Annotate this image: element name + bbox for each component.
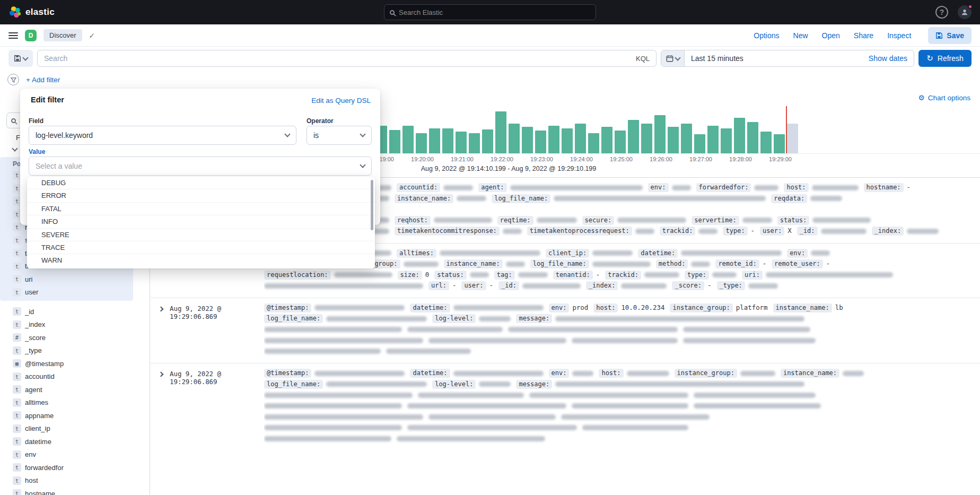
field-name-chip: alltimes: bbox=[397, 249, 436, 258]
field-value: lb bbox=[835, 303, 843, 311]
field-name-chip: log-level: bbox=[432, 314, 476, 323]
field-item-forwardedfor[interactable]: tforwardedfor bbox=[0, 461, 150, 474]
kql-search-bar[interactable]: KQL bbox=[37, 50, 657, 67]
field-name-chip: datetime: bbox=[638, 249, 678, 258]
field-name: alltimes bbox=[25, 398, 48, 406]
expand-row-icon[interactable] bbox=[159, 306, 164, 311]
redacted-value bbox=[418, 393, 524, 398]
redacted-value bbox=[635, 229, 654, 234]
redacted-value bbox=[561, 414, 710, 420]
field-value: - bbox=[751, 227, 755, 235]
space-badge[interactable]: D bbox=[25, 30, 37, 41]
search-icon bbox=[390, 10, 395, 15]
redacted-value bbox=[479, 381, 511, 387]
field-value: - bbox=[489, 281, 493, 289]
value-option-fatal[interactable]: FATAL bbox=[27, 203, 375, 215]
field-item-_id[interactable]: t_id bbox=[0, 305, 150, 318]
redacted-value bbox=[264, 425, 402, 430]
field-name-chip: user: bbox=[760, 227, 784, 236]
histogram-bar bbox=[389, 130, 400, 153]
field-item-host[interactable]: thost bbox=[0, 474, 150, 488]
field-item-hostname[interactable]: thostname bbox=[0, 487, 150, 495]
field-name-chip: host: bbox=[784, 183, 808, 192]
breadcrumb[interactable]: Discover bbox=[43, 29, 82, 41]
field-select[interactable]: log-level.keyword bbox=[29, 126, 296, 145]
field-name-chip: client_ip: bbox=[546, 249, 589, 258]
field-item-appname[interactable]: tappname bbox=[0, 409, 150, 422]
show-dates-button[interactable]: Show dates bbox=[869, 54, 914, 63]
refresh-button[interactable]: ↻ Refresh bbox=[918, 50, 972, 67]
string-field-icon: t bbox=[13, 307, 21, 316]
gear-icon: ⚙ bbox=[918, 93, 925, 102]
saved-query-button[interactable] bbox=[8, 50, 33, 67]
filter-menu-icon[interactable] bbox=[7, 74, 19, 85]
kql-search-input[interactable] bbox=[44, 54, 631, 63]
time-range-value[interactable]: Last 15 minutes bbox=[685, 54, 750, 63]
field-name: user bbox=[25, 288, 38, 296]
value-option-info[interactable]: INFO bbox=[27, 215, 375, 228]
field-item-@timestamp[interactable]: ▦@timestamp bbox=[0, 357, 150, 370]
redacted-value bbox=[821, 229, 867, 234]
kql-language-button[interactable]: KQL bbox=[631, 55, 650, 63]
field-item-accountid[interactable]: taccountid bbox=[0, 370, 150, 384]
string-field-icon: t bbox=[13, 320, 21, 329]
nav-link-open[interactable]: Open bbox=[822, 31, 840, 40]
value-option-debug[interactable]: DEBUG bbox=[27, 177, 375, 189]
histogram-bar bbox=[734, 118, 745, 153]
chart-options-button[interactable]: ⚙ Chart options bbox=[918, 93, 970, 102]
global-search[interactable] bbox=[384, 4, 596, 20]
value-option-trace[interactable]: TRACE bbox=[27, 241, 375, 254]
field-item-datetime[interactable]: tdatetime bbox=[0, 435, 150, 448]
field-name-chip: log_file_name: bbox=[530, 259, 589, 268]
field-item-uri[interactable]: turi bbox=[0, 273, 133, 286]
redacted-value bbox=[740, 371, 775, 376]
nav-link-options[interactable]: Options bbox=[754, 31, 779, 40]
field-item-_type[interactable]: t_type bbox=[0, 344, 150, 358]
value-option-error[interactable]: ERROR bbox=[27, 189, 375, 202]
field-item-_index[interactable]: t_index bbox=[0, 318, 150, 332]
field-item-alltimes[interactable]: talltimes bbox=[0, 396, 150, 410]
operator-select[interactable]: is bbox=[307, 126, 372, 145]
edit-as-query-dsl-link[interactable]: Edit as Query DSL bbox=[311, 97, 371, 105]
quick-select-button[interactable] bbox=[661, 50, 685, 66]
field-item-_score[interactable]: #_score bbox=[0, 331, 150, 344]
redacted-value bbox=[453, 305, 544, 310]
save-button[interactable]: Save bbox=[928, 27, 972, 44]
global-search-input[interactable] bbox=[399, 8, 590, 16]
redacted-value bbox=[555, 381, 804, 387]
field-value: - bbox=[907, 183, 911, 191]
string-field-icon: t bbox=[13, 411, 21, 420]
field-name-chip: log-level: bbox=[432, 380, 476, 389]
field-item-agent[interactable]: tagent bbox=[0, 383, 150, 396]
user-avatar[interactable] bbox=[958, 5, 972, 19]
menu-icon[interactable] bbox=[8, 32, 18, 39]
field-name-chip: status: bbox=[434, 271, 467, 280]
nav-link-share[interactable]: Share bbox=[854, 31, 873, 40]
field-value: - bbox=[596, 271, 600, 279]
value-option-warn[interactable]: WARN bbox=[27, 254, 375, 267]
histogram-bar bbox=[760, 132, 772, 153]
help-icon[interactable]: ? bbox=[935, 6, 948, 19]
value-option-severe[interactable]: SEVERE bbox=[27, 229, 375, 241]
elastic-brand[interactable]: elastic bbox=[8, 6, 55, 19]
redacted-value bbox=[592, 262, 651, 267]
field-name-chip: requestlocation: bbox=[264, 271, 331, 280]
expand-row-icon[interactable] bbox=[159, 372, 164, 377]
field-name-chip: method: bbox=[656, 259, 688, 268]
nav-link-new[interactable]: New bbox=[793, 31, 808, 40]
redacted-value bbox=[264, 403, 402, 409]
nav-link-inspect[interactable]: Inspect bbox=[887, 31, 911, 40]
field-name-chip: @timestamp: bbox=[264, 369, 311, 378]
redacted-value bbox=[712, 272, 737, 277]
field-item-user[interactable]: tuser bbox=[0, 286, 133, 299]
add-filter-button[interactable]: + Add filter bbox=[26, 76, 60, 84]
scrollbar[interactable] bbox=[371, 180, 373, 230]
field-name-chip: instance_name: bbox=[444, 259, 503, 268]
value-select[interactable]: Select a value bbox=[29, 157, 372, 176]
field-item-client_ip[interactable]: tclient_ip bbox=[0, 422, 150, 436]
redacted-value bbox=[572, 338, 678, 343]
field-item-env[interactable]: tenv bbox=[0, 448, 150, 462]
edit-filter-popover: Edit filter Edit as Query DSL Field Oper… bbox=[20, 89, 380, 225]
string-field-icon: t bbox=[13, 450, 21, 459]
field-value: 10.0.20.234 bbox=[621, 303, 664, 311]
